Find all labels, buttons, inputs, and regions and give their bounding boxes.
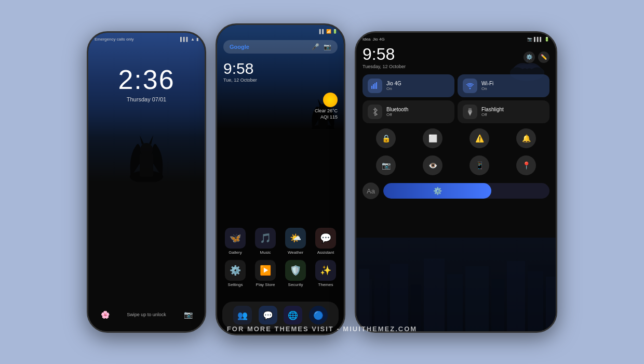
cc-wifi-tile[interactable]: Wi-Fi On: [458, 74, 549, 97]
mic-icon[interactable]: 🎤: [312, 43, 319, 50]
cc-jio4g-tile[interactable]: Jio 4G On: [363, 74, 454, 97]
home-time-display: 9:58: [223, 60, 338, 77]
app-weather[interactable]: 🌤️ Weather: [283, 228, 308, 255]
dock-app4[interactable]: 🔵: [309, 306, 328, 324]
cc-camera-icon: 📷: [527, 37, 532, 42]
themes-label: Themes: [318, 282, 333, 287]
app-grid-row1: 🦋 Gallery 🎵 Music 🌤️ Weather 💬 Assistant: [222, 228, 339, 255]
cc-flashlight-tile[interactable]: Flashlight Off: [458, 100, 549, 123]
svg-rect-19: [507, 261, 525, 331]
assistant-icon: 💬: [315, 228, 336, 249]
batman-silhouette-lock: [128, 125, 165, 182]
cc-location-icon[interactable]: 📍: [516, 155, 536, 175]
app-music[interactable]: 🎵 Music: [252, 228, 278, 255]
city-background: [356, 238, 556, 331]
settings-icon: ⚙️: [225, 260, 246, 281]
app-security[interactable]: 🛡️ Security: [283, 260, 308, 287]
music-label: Music: [260, 250, 271, 255]
cc-flashlight-info: Flashlight Off: [481, 107, 504, 117]
cc-phone-icon[interactable]: 📱: [469, 155, 489, 175]
cc-settings-top-btn[interactable]: ⚙️: [524, 51, 535, 63]
dock-browser[interactable]: 🌐: [284, 306, 302, 324]
cc-status-icons: 📷 ▌▌▌ 🔋: [527, 37, 549, 42]
svg-rect-30: [468, 108, 472, 110]
assistant-label: Assistant: [317, 250, 334, 255]
playstore-label: Play Store: [256, 282, 275, 287]
cc-brightness-row: Aa ⚙️: [363, 180, 549, 201]
gallery-label: Gallery: [229, 250, 242, 255]
settings-label: Settings: [228, 282, 243, 287]
home-wifi-icon: 📶: [326, 29, 331, 34]
shortcut-left-icon[interactable]: 🌸: [99, 308, 111, 321]
cc-scan-icon[interactable]: 📷: [376, 155, 396, 175]
cc-time-display: 9:58 Tuesday, 12 October: [363, 45, 406, 69]
lock-time-display: 2:36: [88, 64, 205, 95]
cc-brightness-slider[interactable]: ⚙️: [383, 183, 549, 199]
emergency-text: Emergency calls only: [95, 37, 134, 42]
cc-brightness-fill: ⚙️: [383, 183, 491, 199]
cc-carrier-info: Idea Jio 4G: [363, 37, 385, 42]
cc-date-display: Tuesday, 12 October: [363, 64, 406, 69]
cc-bluetooth-status: Off: [386, 112, 408, 117]
search-action-icons: 🎤 📷: [312, 43, 331, 50]
app-grid-row2: ⚙️ Settings ▶️ Play Store 🛡️ Security ✨ …: [222, 260, 339, 287]
svg-point-28: [469, 88, 471, 89]
app-gallery[interactable]: 🦋 Gallery: [222, 228, 248, 255]
weather-condition: Clear 26°C: [315, 108, 338, 113]
swipe-hint-text: Swipe up to unlock: [111, 312, 182, 317]
home-date-display: Tue, 12 October: [223, 77, 338, 83]
lock-date-display: Thursday 07/01: [88, 96, 205, 102]
cc-wifi-status: On: [481, 86, 493, 91]
cc-eye-icon[interactable]: 👁️: [423, 155, 442, 175]
phone-control-center: Idea Jio 4G 📷 ▌▌▌ 🔋 9:58 Tuesday, 12 Oct…: [355, 31, 557, 333]
lens-icon[interactable]: 📷: [324, 43, 331, 50]
cc-jio4g-icon: [368, 79, 382, 93]
signal-icon: ▌▌▌: [180, 37, 189, 42]
cc-flashlight-status: Off: [481, 112, 504, 117]
svg-rect-14: [411, 284, 421, 331]
svg-rect-1: [140, 153, 153, 177]
cc-battery-icon: 🔋: [544, 37, 549, 42]
app-assistant[interactable]: 💬 Assistant: [313, 228, 339, 255]
cc-time-number: 9:58: [363, 45, 406, 64]
app-settings[interactable]: ⚙️ Settings: [222, 260, 248, 287]
homescreen-screen: ▌▌ 📶 🔋 Google 🎤 📷 9:58 Tue, 12 October: [217, 25, 344, 334]
playstore-icon: ▶️: [255, 260, 276, 281]
weather-label: Weather: [288, 250, 303, 255]
carrier1-text: Idea: [363, 37, 371, 42]
security-icon: 🛡️: [285, 260, 306, 281]
camera-shortcut-icon[interactable]: 📷: [182, 308, 194, 321]
lock-time-widget: 2:36 Thursday 07/01: [88, 64, 205, 102]
cc-wifi-icon: [463, 79, 477, 93]
google-search-bar[interactable]: Google 🎤 📷: [223, 40, 338, 54]
carrier2-text: Jio 4G: [373, 37, 385, 42]
cc-screen-icon[interactable]: ⬜: [423, 128, 442, 148]
dock-messages[interactable]: 💬: [259, 306, 277, 324]
lockscreen-status-bar: Emergency calls only ▌▌▌ ▲ ▮: [95, 37, 198, 42]
app-themes[interactable]: ✨ Themes: [313, 260, 339, 287]
svg-rect-11: [359, 269, 369, 331]
cc-brightness-gear-icon: ⚙️: [433, 187, 442, 195]
cc-alert-icon2[interactable]: 🔔: [516, 128, 536, 148]
cc-tiles-row2: Bluetooth Off Fla: [363, 100, 549, 123]
cc-jio4g-status: On: [386, 86, 401, 91]
weather-sun-icon: [323, 93, 338, 107]
cc-bluetooth-info: Bluetooth Off: [386, 107, 408, 117]
cc-icon-row1: 🔒 ⬜ ⚠️ 🔔: [363, 126, 549, 150]
home-status-icons: ▌▌ 📶 🔋: [319, 29, 338, 34]
watermark-text: FOR MORE THEMES VISIT - MIUITHEMEZ.COM: [227, 325, 417, 333]
cc-bluetooth-name: Bluetooth: [386, 107, 408, 112]
cc-brightness-icon: Aa: [363, 183, 379, 199]
cc-icon-row2: 📷 👁️ 📱 📍: [363, 153, 549, 177]
phone-lockscreen: Emergency calls only ▌▌▌ ▲ ▮ 2:36 Thursd…: [87, 31, 206, 333]
app-playstore[interactable]: ▶️ Play Store: [252, 260, 278, 287]
cc-vpn-icon[interactable]: 🔒: [376, 128, 396, 148]
svg-rect-21: [546, 277, 556, 331]
lockscreen-screen: Emergency calls only ▌▌▌ ▲ ▮ 2:36 Thursd…: [88, 33, 205, 331]
cc-jio4g-info: Jio 4G On: [386, 81, 401, 91]
svg-rect-24: [371, 86, 372, 89]
cc-alert-icon1[interactable]: ⚠️: [469, 128, 489, 148]
cc-bluetooth-tile[interactable]: Bluetooth Off: [363, 100, 454, 123]
cc-edit-top-btn[interactable]: ✏️: [538, 51, 549, 63]
dock-contacts[interactable]: 👥: [233, 306, 252, 324]
